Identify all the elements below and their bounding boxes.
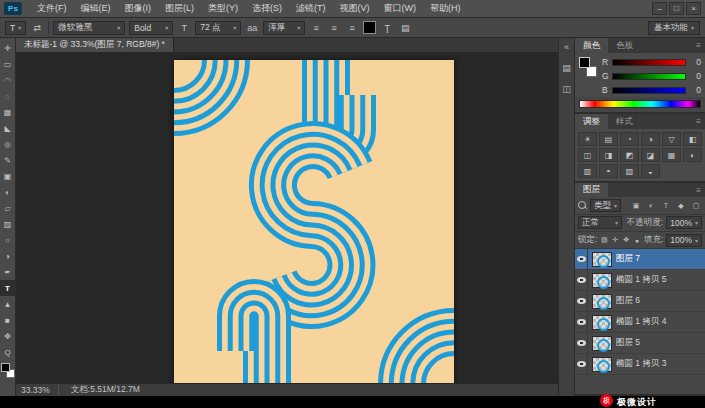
anti-alias-select[interactable]: 浑厚 ▾ [263, 21, 305, 35]
minimize-button[interactable]: – [652, 2, 667, 15]
toggle-panels-icon[interactable]: ▤ [398, 21, 412, 35]
shape-filter-icon[interactable]: ◆ [675, 200, 687, 212]
blend-mode-select[interactable]: 正常 ▾ [578, 216, 622, 229]
green-value[interactable]: 0 [689, 71, 701, 81]
layer-row-ellipse-copy-3[interactable]: 椭圆 1 拷贝 3 [575, 354, 705, 375]
tool-preset-picker[interactable]: T ▾ [5, 21, 26, 35]
layer-row-layer-6[interactable]: 图层 6 [575, 291, 705, 312]
zoom-level-field[interactable]: 33.33% [21, 385, 59, 395]
panel-menu-icon[interactable]: ≡ [692, 38, 705, 53]
blue-value[interactable]: 0 [689, 85, 701, 95]
invert-icon[interactable]: ◐ [683, 148, 702, 162]
font-style-select[interactable]: Bold ▾ [129, 21, 173, 35]
menu-image[interactable]: 图像(I) [118, 0, 159, 17]
pen-tool[interactable]: ✒ [0, 264, 16, 280]
lock-transparency-icon[interactable]: ▨ [600, 234, 608, 246]
tab-adjustments[interactable]: 调整 [575, 114, 608, 129]
menu-edit[interactable]: 编辑(E) [74, 0, 118, 17]
black-white-icon[interactable]: ◨ [599, 148, 618, 162]
artwork-canvas[interactable] [174, 60, 454, 383]
levels-icon[interactable]: ▤ [599, 132, 618, 146]
foreground-color-swatch[interactable] [1, 363, 10, 372]
move-tool[interactable]: ✛ [0, 40, 16, 56]
layer-thumbnail[interactable] [592, 357, 612, 372]
visibility-toggle[interactable] [575, 312, 588, 332]
layer-thumbnail[interactable] [592, 273, 612, 288]
blur-tool[interactable]: ○ [0, 232, 16, 248]
hand-tool[interactable]: ✥ [0, 328, 16, 344]
eyedropper-tool[interactable]: ◣ [0, 120, 16, 136]
exposure-icon[interactable]: ◑ [641, 132, 660, 146]
layer-thumbnail[interactable] [592, 252, 612, 267]
font-size-select[interactable]: 72 点 ▾ [195, 21, 241, 35]
color-spectrum-ramp[interactable] [579, 100, 701, 108]
tab-layers[interactable]: 图层 [575, 183, 608, 197]
panel-menu-icon[interactable]: ≡ [692, 114, 705, 129]
lasso-tool[interactable]: ◠ [0, 72, 16, 88]
lock-position-icon[interactable]: ✥ [622, 234, 630, 246]
history-panel-icon[interactable]: ▤ [560, 61, 574, 75]
green-slider[interactable] [612, 73, 686, 80]
type-tool[interactable]: T [0, 280, 16, 296]
fill-field[interactable]: 100% ▾ [666, 234, 702, 247]
zoom-tool[interactable]: Q [0, 344, 16, 360]
dodge-tool[interactable]: ◑ [0, 248, 16, 264]
layer-row-ellipse-copy-4[interactable]: 椭圆 1 拷贝 4 [575, 312, 705, 333]
layer-row-layer-5[interactable]: 图层 5 [575, 333, 705, 354]
lock-pixels-icon[interactable]: ✛ [611, 234, 619, 246]
layer-thumbnail[interactable] [592, 336, 612, 351]
menu-layer[interactable]: 图层(L) [158, 0, 201, 17]
visibility-toggle[interactable] [575, 291, 588, 311]
type-filter-icon[interactable]: T [660, 200, 672, 212]
tab-color[interactable]: 颜色 [575, 38, 608, 53]
smart-object-filter-icon[interactable]: ▢ [690, 200, 702, 212]
clone-stamp-tool[interactable]: ▣ [0, 168, 16, 184]
opacity-field[interactable]: 100% ▾ [666, 216, 702, 229]
visibility-toggle[interactable] [575, 354, 588, 374]
channel-mixer-icon[interactable]: ◪ [641, 148, 660, 162]
blue-slider[interactable] [612, 87, 686, 94]
brightness-contrast-icon[interactable]: ☀ [578, 132, 597, 146]
layer-row-layer-7[interactable]: 图层 7 [575, 249, 705, 270]
shape-tool[interactable]: ■ [0, 312, 16, 328]
pixel-filter-icon[interactable]: ▣ [630, 200, 642, 212]
hue-saturation-icon[interactable]: ◧ [683, 132, 702, 146]
tab-swatches[interactable]: 色板 [608, 38, 641, 53]
workspace-switcher[interactable]: 基本功能 ▾ [648, 21, 700, 35]
red-slider[interactable] [612, 59, 686, 66]
align-right-icon[interactable]: ≡ [345, 21, 359, 35]
quick-selection-tool[interactable]: ◌ [0, 88, 16, 104]
photo-filter-icon[interactable]: ◩ [620, 148, 639, 162]
maximize-button[interactable]: □ [669, 2, 684, 15]
tab-styles[interactable]: 样式 [608, 114, 641, 129]
visibility-toggle[interactable] [575, 333, 588, 353]
properties-panel-icon[interactable]: ◫ [560, 82, 574, 96]
crop-tool[interactable]: ▦ [0, 104, 16, 120]
menu-window[interactable]: 窗口(W) [377, 0, 424, 17]
vibrance-icon[interactable]: ▽ [662, 132, 681, 146]
layer-filter-select[interactable]: 类型 ▾ [590, 199, 621, 212]
threshold-icon[interactable]: ◓ [599, 164, 618, 178]
text-color-swatch[interactable] [363, 21, 376, 34]
align-left-icon[interactable]: ≡ [309, 21, 323, 35]
close-button[interactable]: × [686, 2, 701, 15]
visibility-toggle[interactable] [575, 270, 588, 290]
font-family-select[interactable]: 微软雅黑 ▾ [53, 21, 125, 35]
visibility-toggle[interactable] [575, 249, 588, 269]
menu-help[interactable]: 帮助(H) [423, 0, 468, 17]
warp-text-icon[interactable]: Ţ [380, 21, 394, 35]
menu-type[interactable]: 类型(Y) [201, 0, 245, 17]
healing-brush-tool[interactable]: ◎ [0, 136, 16, 152]
document-tab[interactable]: 未标题-1 @ 33.3%(图层 7, RGB/8#) * [16, 38, 174, 52]
curves-icon[interactable]: ◔ [620, 132, 639, 146]
align-center-icon[interactable]: ≡ [327, 21, 341, 35]
layer-thumbnail[interactable] [592, 294, 612, 309]
brush-tool[interactable]: ✎ [0, 152, 16, 168]
layer-row-ellipse-copy-5[interactable]: 椭圆 1 拷贝 5 [575, 270, 705, 291]
menu-select[interactable]: 选择(S) [245, 0, 289, 17]
lock-all-icon[interactable]: ● [633, 234, 641, 246]
menu-file[interactable]: 文件(F) [30, 0, 74, 17]
panel-menu-icon[interactable]: ≡ [692, 183, 705, 197]
layer-thumbnail[interactable] [592, 315, 612, 330]
posterize-icon[interactable]: ▥ [578, 164, 597, 178]
